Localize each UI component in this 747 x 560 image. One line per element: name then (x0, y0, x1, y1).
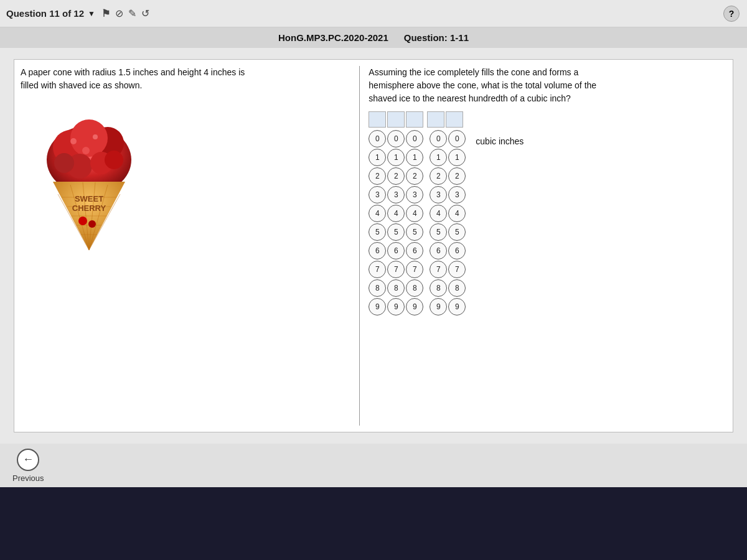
bubble-col2-6[interactable]: 6 (387, 242, 405, 259)
subtitle-bar: HonG.MP3.PC.2020-2021 Question: 1-11 (0, 27, 747, 48)
answer-input-section: 0 1 2 3 4 5 6 7 8 9 0 (369, 111, 726, 315)
question-text-left: A paper cone with radius 1.5 inches and … (21, 66, 353, 92)
ice-cream-svg: SWEET CHERRY (27, 101, 151, 263)
dropdown-arrow[interactable]: ▼ (88, 9, 95, 18)
svg-point-7 (105, 151, 123, 169)
bubble-col5-9[interactable]: 9 (448, 298, 466, 315)
question-text-right: Assuming the ice completely fills the co… (369, 66, 726, 105)
bubble-col3-0[interactable]: 0 (406, 130, 423, 147)
toolbar-icons: ⚑ ⊘ ✎ ↺ (101, 7, 149, 19)
svg-point-25 (78, 217, 87, 225)
bubble-col3-8[interactable]: 8 (406, 279, 423, 297)
bubble-col1-7[interactable]: 7 (369, 261, 386, 278)
bubble-col2-8[interactable]: 8 (387, 279, 405, 297)
answer-display-boxes (369, 111, 466, 128)
svg-text:SWEET: SWEET (75, 194, 103, 203)
ice-cream-illustration: SWEET CHERRY (21, 101, 157, 263)
grid-spacer (425, 130, 428, 315)
svg-point-10 (82, 147, 90, 154)
bubble-col4-8[interactable]: 8 (430, 279, 447, 297)
grid-col-2: 0 1 2 3 4 5 6 7 8 9 (387, 130, 405, 315)
top-bar: Question 11 of 12 ▼ ⚑ ⊘ ✎ ↺ ? (0, 0, 747, 27)
answer-box-1[interactable] (369, 111, 386, 128)
bubble-col1-4[interactable]: 4 (369, 205, 386, 222)
question-nav: Question 11 of 12 ▼ (6, 8, 95, 19)
bubble-col2-4[interactable]: 4 (387, 205, 405, 222)
bottom-nav: ← Previous (0, 444, 747, 487)
previous-button[interactable]: ← Previous (12, 449, 44, 483)
bubble-col5-1[interactable]: 1 (448, 149, 466, 166)
svg-point-9 (93, 134, 98, 139)
bubble-col3-3[interactable]: 3 (406, 186, 423, 203)
bubble-col3-7[interactable]: 7 (406, 261, 423, 278)
block-icon[interactable]: ⊘ (115, 7, 123, 19)
bubble-col3-1[interactable]: 1 (406, 149, 423, 166)
help-button[interactable]: ? (723, 6, 740, 22)
flag-icon[interactable]: ⚑ (101, 7, 110, 19)
grid-col-1: 0 1 2 3 4 5 6 7 8 9 (369, 130, 386, 315)
question-counter: Question 11 of 12 (6, 8, 84, 19)
bubble-col3-5[interactable]: 5 (406, 223, 423, 241)
svg-point-26 (88, 220, 96, 228)
bubble-col2-7[interactable]: 7 (387, 261, 405, 278)
bubble-col4-6[interactable]: 6 (430, 242, 447, 259)
bubble-col1-8[interactable]: 8 (369, 279, 386, 297)
bubble-col5-6[interactable]: 6 (448, 242, 466, 259)
question-id: Question: 1-11 (404, 32, 469, 43)
bubble-col1-6[interactable]: 6 (369, 242, 386, 259)
bubble-col5-7[interactable]: 7 (448, 261, 466, 278)
bubble-col5-5[interactable]: 5 (448, 223, 466, 241)
answer-box-4[interactable] (427, 111, 444, 128)
bubble-col4-5[interactable]: 5 (430, 223, 447, 241)
bubble-col2-2[interactable]: 2 (387, 167, 405, 185)
bubble-col4-0[interactable]: 0 (430, 130, 447, 147)
bubble-col1-5[interactable]: 5 (369, 223, 386, 241)
bubble-col1-1[interactable]: 1 (369, 149, 386, 166)
bubble-col2-0[interactable]: 0 (387, 130, 405, 147)
bubble-col2-5[interactable]: 5 (387, 223, 405, 241)
answer-box-5[interactable] (446, 111, 463, 128)
bubble-col4-2[interactable]: 2 (430, 167, 447, 185)
bubble-grid: 0 1 2 3 4 5 6 7 8 9 0 (369, 130, 466, 315)
grid-col-4: 0 1 2 3 4 5 6 7 8 9 (430, 130, 447, 315)
bubble-col4-7[interactable]: 7 (430, 261, 447, 278)
svg-point-8 (70, 138, 77, 144)
left-panel: A paper cone with radius 1.5 inches and … (21, 66, 359, 426)
bubble-col5-4[interactable]: 4 (448, 205, 466, 222)
unit-label: cubic inches (476, 136, 524, 146)
answer-box-2[interactable] (387, 111, 405, 128)
refresh-icon[interactable]: ↺ (141, 7, 149, 19)
pencil-icon[interactable]: ✎ (128, 7, 136, 19)
bubble-col4-9[interactable]: 9 (430, 298, 447, 315)
bubble-col1-9[interactable]: 9 (369, 298, 386, 315)
back-arrow-icon: ← (17, 449, 39, 471)
bubble-col3-6[interactable]: 6 (406, 242, 423, 259)
svg-point-6 (54, 153, 74, 173)
grid-col-5: 0 1 2 3 4 5 6 7 8 9 (448, 130, 466, 315)
assignment-id: HonG.MP3.PC.2020-2021 (278, 32, 388, 43)
bubble-col5-8[interactable]: 8 (448, 279, 466, 297)
grid-col-3: 0 1 2 3 4 5 6 7 8 9 (406, 130, 423, 315)
previous-label: Previous (12, 474, 44, 483)
right-panel: Assuming the ice completely fills the co… (359, 66, 726, 426)
bubble-col2-3[interactable]: 3 (387, 186, 405, 203)
bubble-col3-2[interactable]: 2 (406, 167, 423, 185)
bubble-col2-1[interactable]: 1 (387, 149, 405, 166)
question-area: A paper cone with radius 1.5 inches and … (14, 59, 733, 432)
dark-footer (0, 487, 747, 500)
bubble-col1-0[interactable]: 0 (369, 130, 386, 147)
svg-text:CHERRY: CHERRY (72, 203, 106, 213)
grid-and-label: 0 1 2 3 4 5 6 7 8 9 0 (369, 111, 466, 315)
bubble-col4-3[interactable]: 3 (430, 186, 447, 203)
bubble-col1-3[interactable]: 3 (369, 186, 386, 203)
bubble-col4-4[interactable]: 4 (430, 205, 447, 222)
bubble-col5-0[interactable]: 0 (448, 130, 466, 147)
bubble-col4-1[interactable]: 1 (430, 149, 447, 166)
answer-box-3[interactable] (406, 111, 423, 128)
bubble-col2-9[interactable]: 9 (387, 298, 405, 315)
bubble-col3-4[interactable]: 4 (406, 205, 423, 222)
bubble-col1-2[interactable]: 2 (369, 167, 386, 185)
bubble-col5-3[interactable]: 3 (448, 186, 466, 203)
bubble-col5-2[interactable]: 2 (448, 167, 466, 185)
bubble-col3-9[interactable]: 9 (406, 298, 423, 315)
